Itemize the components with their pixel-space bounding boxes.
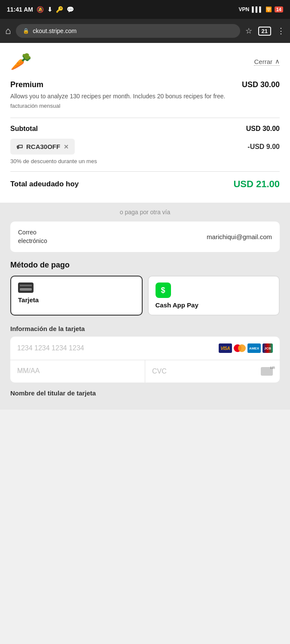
- battery-indicator: 14: [275, 6, 283, 12]
- browser-bar: ⌂ 🔒 ckout.stripe.com ☆ 21 ⋮: [0, 19, 290, 43]
- coupon-tag: 🏷 RCA30OFF ✕: [10, 139, 75, 155]
- visa-logo: VISA: [219, 343, 232, 353]
- email-row[interactable]: Correoelectrónico marichiqui@gmail.com: [10, 222, 280, 252]
- coupon-code: RCA30OFF: [26, 143, 60, 150]
- subtotal-label: Subtotal: [10, 125, 38, 133]
- main-content: 🥕 Cerrar ∧ Premium USD 30.00 Allows you …: [0, 43, 290, 203]
- mastercard-logo: [234, 344, 246, 352]
- home-icon[interactable]: ⌂: [5, 25, 11, 36]
- key-icon: 🔑: [56, 6, 63, 13]
- download-icon: ⬇: [47, 6, 52, 13]
- card-info-label: Información de la tarjeta: [10, 325, 280, 332]
- wifi-icon: 🛜: [266, 6, 272, 12]
- payment-methods: Tarjeta $ Cash App Pay: [10, 276, 280, 316]
- vpn-badge: VPN: [239, 6, 250, 12]
- coupon-row: 🏷 RCA30OFF ✕ -USD 9.00: [10, 139, 280, 155]
- menu-icon[interactable]: ⋮: [277, 26, 285, 36]
- card-info-section: Información de la tarjeta 1234 1234 1234…: [10, 325, 280, 383]
- billing-cycle: facturación mensual: [10, 103, 280, 109]
- url-text: ckout.stripe.com: [33, 27, 76, 34]
- card-logos: VISA AMEX JCB: [219, 343, 273, 353]
- expiry-field[interactable]: MM/AA: [10, 360, 145, 383]
- remove-coupon-button[interactable]: ✕: [64, 143, 69, 150]
- expiry-placeholder: MM/AA: [17, 367, 40, 374]
- jcb-logo: JCB: [263, 343, 273, 353]
- card-label: Tarjeta: [18, 296, 39, 304]
- payment-section-title: Método de pago: [10, 261, 280, 270]
- payment-option-cashapp[interactable]: $ Cash App Pay: [148, 276, 280, 316]
- discount-value: -USD 9.00: [247, 139, 280, 151]
- email-value: marichiqui@gmail.com: [207, 233, 272, 240]
- total-value: USD 21.00: [233, 179, 280, 190]
- signal-icon: ▌▌▌: [252, 6, 263, 12]
- email-label: Correoelectrónico: [18, 228, 47, 245]
- cashapp-icon: $: [156, 283, 171, 298]
- gray-section: o paga por otra vía Correoelectrónico ma…: [0, 203, 290, 410]
- card-number-field[interactable]: 1234 1234 1234 1234 VISA AMEX JCB: [10, 337, 280, 360]
- cvc-field[interactable]: CVC: [145, 360, 280, 383]
- pay-via-text: o paga por otra vía: [10, 203, 280, 222]
- browser-actions: ☆ 21 ⋮: [245, 26, 285, 36]
- close-label: Cerrar: [254, 58, 272, 65]
- security-icon: 🔒: [23, 28, 29, 34]
- chevron-up-icon: ∧: [275, 58, 280, 65]
- product-name: Premium: [10, 80, 43, 89]
- divider-2: [10, 171, 280, 172]
- amex-logo: AMEX: [247, 343, 261, 353]
- card-expiry-cvc: MM/AA CVC: [10, 360, 280, 383]
- payment-option-card[interactable]: Tarjeta: [10, 276, 143, 316]
- product-row: Premium USD 30.00: [10, 80, 280, 89]
- bookmark-icon[interactable]: ☆: [245, 26, 252, 36]
- time: 11:41 AM: [7, 6, 33, 13]
- cvc-placeholder: CVC: [152, 368, 167, 375]
- status-right: VPN ▌▌▌ 🛜 14: [239, 6, 283, 12]
- close-button[interactable]: Cerrar ∧: [254, 58, 280, 66]
- card-number-placeholder: 1234 1234 1234 1234: [17, 344, 84, 352]
- app-logo: 🥕: [10, 52, 32, 72]
- total-label: Total adeudado hoy: [10, 180, 79, 188]
- silent-icon: 🔕: [37, 6, 44, 13]
- coupon-description: 30% de descuento durante un mes: [10, 158, 280, 164]
- url-bar[interactable]: 🔒 ckout.stripe.com: [16, 24, 240, 38]
- card-icon: [18, 283, 34, 293]
- product-description: Allows you to analyze 130 recipes per mo…: [10, 92, 280, 101]
- cashapp-label: Cash App Pay: [156, 301, 198, 309]
- subtotal-row: Subtotal USD 30.00: [10, 125, 280, 133]
- cvc-chip-icon: [261, 367, 273, 376]
- divider-1: [10, 118, 280, 118]
- checkout-header: 🥕 Cerrar ∧: [10, 52, 280, 72]
- status-bar: 11:41 AM 🔕 ⬇ 🔑 💬 VPN ▌▌▌ 🛜 14: [0, 0, 290, 19]
- cardholder-label: Nombre del titular de tarjeta: [10, 389, 280, 397]
- tab-count[interactable]: 21: [258, 27, 271, 36]
- total-row: Total adeudado hoy USD 21.00: [10, 179, 280, 190]
- tag-icon: 🏷: [16, 143, 23, 150]
- subtotal-value: USD 30.00: [246, 125, 280, 133]
- status-left: 11:41 AM 🔕 ⬇ 🔑 💬: [7, 6, 74, 13]
- product-price: USD 30.00: [242, 80, 280, 89]
- whatsapp-icon: 💬: [67, 6, 74, 13]
